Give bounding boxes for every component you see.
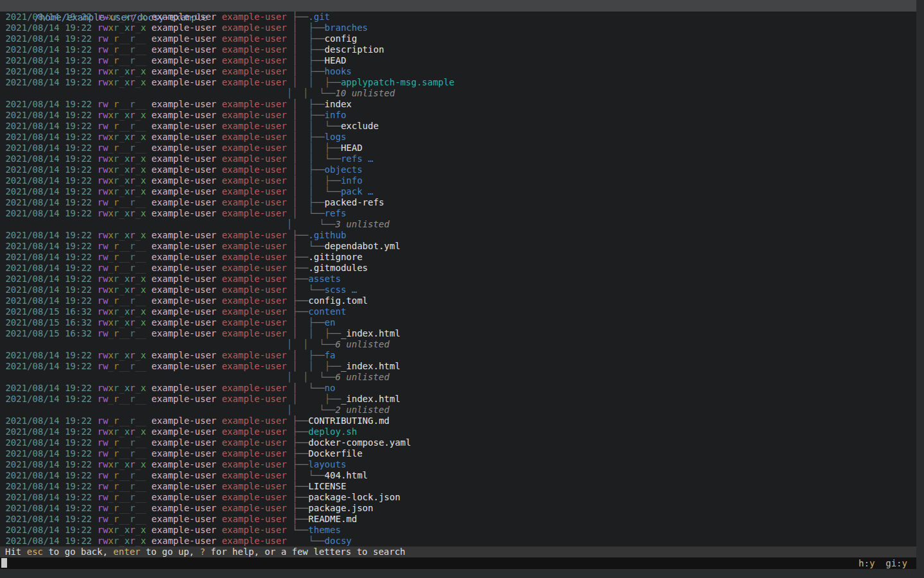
entry-name[interactable]: _index.html — [341, 361, 400, 371]
entry-name[interactable]: _index.html — [341, 328, 400, 338]
entry-name[interactable]: scss … — [325, 285, 357, 295]
tree-row[interactable]: │ └──3 unlisted — [0, 219, 916, 230]
entry-name[interactable]: index — [325, 99, 352, 109]
entry-name[interactable]: 6 unlisted — [336, 339, 389, 349]
entry-name[interactable]: _index.html — [341, 394, 400, 404]
entry-name[interactable]: dependabot.yml — [325, 241, 400, 251]
tree-row[interactable]: 2021/08/14 19:22 rwxr_xr_x example-user … — [0, 383, 916, 394]
tree-row[interactable]: 2021/08/15 16:32 rwxr_xr_x example-user … — [0, 317, 916, 328]
entry-name[interactable]: info — [341, 175, 363, 186]
entry-name[interactable]: description — [325, 44, 384, 55]
tree-row[interactable]: 2021/08/14 19:22 rwxr_xr_x example-user … — [0, 426, 916, 437]
tree-row[interactable]: │ │ └──10 unlisted — [0, 88, 916, 99]
entry-name[interactable]: refs … — [341, 153, 373, 164]
tree-row[interactable]: 2021/08/14 19:22 rw_r__r__ example-user … — [0, 503, 916, 514]
entry-name[interactable]: .gitmodules — [309, 263, 368, 273]
entry-name[interactable]: 3 unlisted — [336, 219, 389, 229]
entry-name[interactable]: applypatch-msg.sample — [341, 77, 454, 87]
tree-row[interactable]: 2021/08/14 19:22 rwxr_xr_x example-user … — [0, 175, 916, 186]
tree-row[interactable]: 2021/08/14 19:22 rw_r__r__ example-user … — [0, 99, 916, 110]
tree-row[interactable]: 2021/08/14 19:22 rw_r__r__ example-user … — [0, 241, 916, 252]
tree-row[interactable]: 2021/08/14 19:22 rw_r__r__ example-user … — [0, 394, 916, 405]
tree-row[interactable]: 2021/08/14 19:22 rw_r__r__ example-user … — [0, 55, 916, 66]
entry-name[interactable]: en — [325, 317, 336, 328]
tree-row[interactable]: 2021/08/14 19:22 rw_r__r__ example-user … — [0, 197, 916, 208]
tree-row[interactable]: 2021/08/14 19:22 rwxr_xr_x example-user … — [0, 153, 916, 164]
tree-row[interactable]: 2021/08/14 19:22 rwxr_xr_x example-user … — [0, 22, 916, 33]
entry-name[interactable]: no — [325, 383, 336, 393]
entry-name[interactable]: hooks — [325, 66, 352, 76]
tree-row[interactable]: 2021/08/15 16:32 rw_r__r__ example-user … — [0, 328, 916, 339]
entry-name[interactable]: info — [325, 110, 346, 120]
tree-row[interactable]: 2021/08/14 19:22 rw_r__r__ example-user … — [0, 121, 916, 132]
tree-row[interactable]: 2021/08/14 19:22 rwxr_xr_x example-user … — [0, 132, 916, 143]
tree-row[interactable]: 2021/08/14 19:22 rw_r__r__ example-user … — [0, 33, 916, 44]
entry-name[interactable]: content — [309, 306, 346, 317]
entry-name[interactable]: docsy — [325, 536, 352, 546]
tree-row[interactable]: 2021/08/14 19:22 rwxr_xr_x example-user … — [0, 66, 916, 77]
tree-row[interactable]: 2021/08/14 19:22 rw_r__r__ example-user … — [0, 448, 916, 459]
tree-row[interactable]: 2021/08/14 19:22 rwxr_xr_x example-user … — [0, 77, 916, 88]
tree-row[interactable]: 2021/08/14 19:22 rwxr_xr_x example-user … — [0, 274, 916, 285]
tree-row[interactable]: │ │ └──6 unlisted — [0, 372, 916, 383]
tree-row[interactable]: 2021/08/14 19:22 rw_r__r__ example-user … — [0, 492, 916, 503]
tree-row[interactable]: 2021/08/14 19:22 rwxr_xr_x example-user … — [0, 459, 916, 470]
entry-name[interactable]: themes — [309, 525, 341, 535]
tree-row[interactable]: 2021/08/14 19:22 rwxr_xr_x example-user … — [0, 208, 916, 219]
tree-row[interactable]: 2021/08/14 19:22 rw_r__r__ example-user … — [0, 514, 916, 525]
entry-name[interactable]: layouts — [309, 459, 346, 469]
tree-row[interactable]: 2021/08/14 19:22 rwxr_xr_x example-user … — [0, 525, 916, 536]
entry-name[interactable]: CONTRIBUTING.md — [309, 416, 389, 426]
entry-name[interactable]: docker-compose.yaml — [309, 437, 411, 448]
tree-row[interactable]: 2021/08/14 19:22 rw_r__r__ example-user … — [0, 295, 916, 306]
tree-row[interactable]: 2021/08/15 16:32 rwxr_xr_x example-user … — [0, 306, 916, 317]
entry-name[interactable]: fa — [325, 350, 336, 360]
tree-row[interactable]: 2021/08/14 19:22 rw_r__r__ example-user … — [0, 416, 916, 426]
entry-name[interactable]: packed-refs — [325, 197, 384, 207]
entry-name[interactable]: HEAD — [341, 143, 363, 153]
entry-name[interactable]: 6 unlisted — [336, 372, 389, 382]
entry-name[interactable]: package.json — [309, 503, 373, 513]
entry-name[interactable]: 2 unlisted — [336, 405, 389, 415]
entry-name[interactable]: 10 unlisted — [336, 88, 395, 98]
entry-name[interactable]: .git — [309, 12, 330, 22]
permissions: rwxr_xr_x — [92, 22, 146, 33]
entry-name[interactable]: logs — [325, 132, 346, 142]
tree-row[interactable]: 2021/08/14 19:22 rwxr_xr_x example-user … — [0, 285, 916, 295]
tree-row[interactable]: 2021/08/14 19:22 rw_r__r__ example-user … — [0, 252, 916, 263]
entry-name[interactable]: exclude — [341, 121, 379, 131]
entry-name[interactable]: refs — [325, 208, 346, 218]
entry-name[interactable]: LICENSE — [309, 481, 346, 491]
entry-name[interactable]: config — [325, 33, 357, 44]
tree-row[interactable]: 2021/08/14 19:22 rwxr_xr_x example-user … — [0, 110, 916, 121]
entry-name[interactable]: README.md — [309, 514, 357, 524]
tree-row[interactable]: 2021/08/14 19:22 rwxr_xr_x example-user … — [0, 536, 916, 547]
entry-name[interactable]: 404.html — [325, 470, 368, 480]
entry-name[interactable]: Dockerfile — [309, 448, 363, 459]
entry-name[interactable]: HEAD — [325, 55, 346, 66]
entry-name[interactable]: .github — [309, 230, 346, 240]
entry-name[interactable]: config.toml — [309, 295, 368, 306]
tree-row[interactable]: 2021/08/14 19:22 rw_r__r__ example-user … — [0, 263, 916, 274]
tree-row[interactable]: 2021/08/14 19:22 rwxr_xr_x example-user … — [0, 350, 916, 361]
tree-row[interactable]: 2021/08/14 19:22 rw_r__r__ example-user … — [0, 143, 916, 153]
tree-row[interactable]: 2021/08/14 19:22 rwxr_xr_x example-user … — [0, 230, 916, 241]
search-input-line[interactable]: h:y gi:y — [0, 557, 916, 569]
tree-row[interactable]: 2021/08/14 19:22 rw_r__r__ example-user … — [0, 437, 916, 448]
entry-name[interactable]: branches — [325, 22, 368, 33]
tree-row[interactable]: │ │ └──6 unlisted — [0, 339, 916, 350]
entry-name[interactable]: .gitignore — [309, 252, 363, 262]
entry-name[interactable]: pack … — [341, 186, 373, 197]
entry-name[interactable]: objects — [325, 164, 363, 175]
tree-row[interactable]: │ └──2 unlisted — [0, 405, 916, 416]
entry-name[interactable]: deploy.sh — [309, 426, 357, 437]
tree-row[interactable]: 2021/08/14 19:22 rwxr_xr_x example-user … — [0, 164, 916, 175]
tree-row[interactable]: 2021/08/14 19:22 rw_r__r__ example-user … — [0, 44, 916, 55]
tree-row[interactable]: 2021/08/14 19:22 rw_r__r__ example-user … — [0, 470, 916, 481]
tree-row[interactable]: 2021/08/14 19:22 rw_r__r__ example-user … — [0, 481, 916, 492]
tree-row[interactable]: 2021/08/14 19:22 rwxr_xr_x example-user … — [0, 186, 916, 197]
tree-row[interactable]: 2021/08/14 19:22 rw_r__r__ example-user … — [0, 361, 916, 372]
entry-name[interactable]: package-lock.json — [309, 492, 400, 502]
tree-row[interactable]: 2021/08/14 19:22 rwxr_xr_x example-user … — [0, 12, 916, 22]
entry-name[interactable]: assets — [309, 274, 341, 284]
